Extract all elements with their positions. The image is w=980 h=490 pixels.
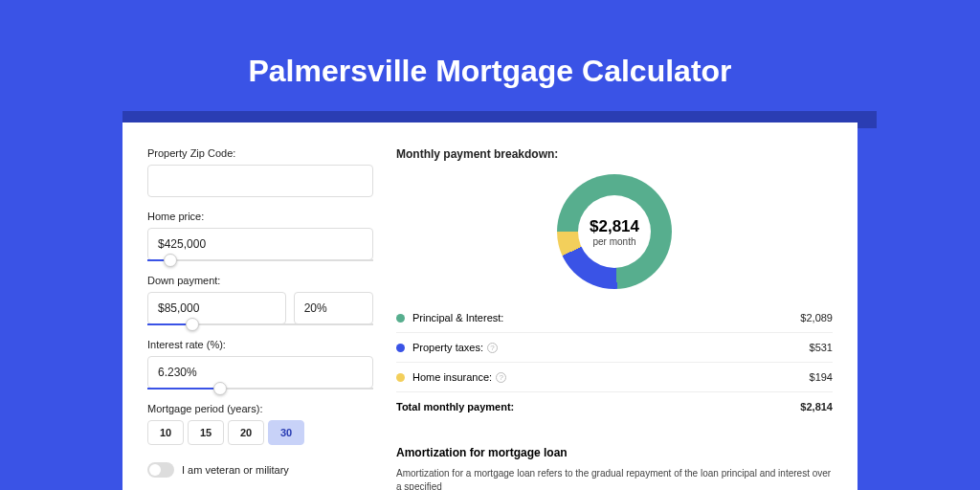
home-price-label: Home price:	[147, 211, 373, 222]
veteran-toggle[interactable]	[147, 462, 174, 478]
legend-label: Home insurance: ?	[412, 371, 810, 383]
interest-input[interactable]	[147, 356, 373, 389]
period-options: 10 15 20 30	[147, 420, 373, 445]
period-option-20[interactable]: 20	[228, 420, 264, 445]
down-payment-input[interactable]	[147, 292, 286, 324]
dot-icon	[396, 314, 405, 323]
interest-slider[interactable]	[147, 388, 373, 390]
dot-icon	[396, 344, 405, 352]
amortization-text: Amortization for a mortgage loan refers …	[396, 467, 833, 490]
page-title: Palmersville Mortgage Calculator	[0, 0, 980, 89]
home-price-slider[interactable]	[147, 259, 373, 261]
donut-chart: $2,814 per month	[557, 174, 672, 289]
donut-sublabel: per month	[592, 236, 635, 247]
down-payment-label: Down payment:	[147, 275, 373, 286]
zip-label: Property Zip Code:	[147, 147, 373, 159]
calculator-panel: Property Zip Code: Home price: Down paym…	[122, 122, 858, 490]
zip-input[interactable]	[147, 165, 373, 197]
down-payment-slider[interactable]	[147, 323, 373, 325]
interest-field: Interest rate (%):	[147, 339, 373, 390]
breakdown-title: Monthly payment breakdown:	[396, 147, 833, 161]
period-option-10[interactable]: 10	[147, 420, 184, 445]
legend-row-insurance: Home insurance: ? $194	[396, 363, 833, 392]
total-label: Total monthly payment:	[396, 401, 800, 412]
legend-label: Principal & Interest:	[412, 312, 800, 323]
legend-row-total: Total monthly payment: $2,814	[396, 392, 833, 421]
legend: Principal & Interest: $2,089 Property ta…	[396, 302, 833, 421]
slider-knob-icon[interactable]	[213, 382, 227, 395]
home-price-input[interactable]	[147, 228, 373, 260]
legend-row-principal: Principal & Interest: $2,089	[396, 303, 833, 333]
legend-value: $531	[810, 342, 833, 353]
veteran-row: I am veteran or military	[147, 462, 373, 478]
veteran-label: I am veteran or military	[182, 464, 289, 476]
period-field: Mortgage period (years): 10 15 20 30	[147, 403, 373, 445]
legend-value: $194	[810, 371, 833, 383]
dot-icon	[396, 373, 405, 382]
period-label: Mortgage period (years):	[147, 403, 373, 414]
donut-amount: $2,814	[590, 217, 639, 236]
slider-knob-icon[interactable]	[164, 254, 177, 267]
legend-row-taxes: Property taxes: ? $531	[396, 333, 833, 363]
donut-center: $2,814 per month	[578, 195, 651, 268]
donut-chart-wrap: $2,814 per month	[396, 168, 833, 302]
total-value: $2,814	[800, 401, 833, 412]
interest-label: Interest rate (%):	[147, 339, 373, 350]
down-payment-field: Down payment:	[147, 275, 373, 325]
legend-label: Property taxes: ?	[412, 342, 810, 353]
period-option-30[interactable]: 30	[268, 420, 304, 445]
home-price-field: Home price:	[147, 211, 373, 261]
down-payment-pct-input[interactable]	[294, 292, 373, 324]
form-column: Property Zip Code: Home price: Down paym…	[147, 147, 373, 490]
zip-field: Property Zip Code:	[147, 147, 373, 197]
help-icon[interactable]: ?	[496, 372, 506, 383]
slider-knob-icon[interactable]	[186, 318, 199, 331]
amortization-section: Amortization for mortgage loan Amortizat…	[396, 434, 833, 490]
breakdown-column: Monthly payment breakdown: $2,814 per mo…	[396, 147, 833, 490]
legend-value: $2,089	[800, 312, 833, 323]
amortization-title: Amortization for mortgage loan	[396, 446, 833, 459]
help-icon[interactable]: ?	[487, 343, 498, 353]
period-option-15[interactable]: 15	[188, 420, 224, 445]
